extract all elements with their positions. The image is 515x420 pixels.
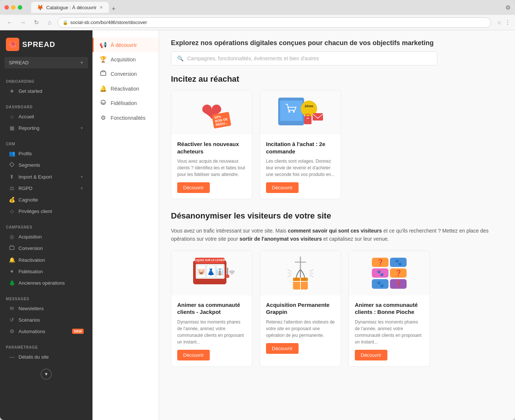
svg-point-24	[232, 273, 233, 274]
desc-bold1: comment savoir qui sont ces visiteurs	[288, 228, 382, 234]
svg-rect-4	[280, 101, 302, 121]
maximize-window-btn[interactable]	[18, 5, 22, 10]
sidebar-label-details-site: Détails du site	[18, 354, 49, 360]
url-text: social-sb.com/bo/486/store/discover	[70, 20, 147, 25]
tile-orange2: ❓	[390, 268, 407, 278]
page-header: Explorez nos opérations digitales conçue…	[171, 39, 503, 65]
refresh-button[interactable]: ↻	[31, 17, 41, 28]
tab-close-btn[interactable]: ✕	[100, 5, 103, 10]
ssl-lock-icon: 🔒	[63, 20, 68, 25]
catalogue-nav-item-fidelisation[interactable]: Fidélisation	[92, 96, 159, 111]
decouvrir-btn-jackpot[interactable]: Découvrir	[177, 350, 210, 360]
minimize-window-btn[interactable]	[11, 5, 16, 10]
scroll-down-button[interactable]: ▼	[41, 369, 52, 380]
decouvrir-btn-reactiver[interactable]: Découvrir	[177, 182, 210, 193]
bookmark-button[interactable]: ☆	[497, 20, 502, 26]
card-jackpot: 🐷 👗 👔 CLIQUEZ SUR LE LEVIER	[171, 251, 252, 367]
sidebar-item-privileges[interactable]: ◇ Privilèges client	[3, 206, 90, 217]
home-button[interactable]: ⌂	[44, 17, 55, 28]
tile-orange: ❓	[372, 258, 388, 267]
svg-text:🐷: 🐷	[197, 268, 206, 276]
svg-point-6	[293, 111, 295, 113]
card-title-jackpot: Animer sa communauté clients - Jackpot	[177, 301, 246, 316]
sidebar-item-rgpd[interactable]: ⚖ RGPD ▼	[3, 183, 90, 194]
chart-icon: ▦	[9, 125, 15, 131]
browser-window: 🦊 Catalogue : À découvrir ✕ + ⚙ ← → ↻ ⌂ …	[0, 0, 515, 420]
browser-settings-button[interactable]: ⋮	[505, 19, 511, 26]
sidebar-item-conversion[interactable]: Conversion	[3, 243, 90, 254]
svg-line-33	[287, 275, 291, 277]
catalogue-nav: 📢 À découvrir 🏆 Acquisition Conversion 🔔…	[92, 30, 159, 420]
cat-acquisition-icon: 🏆	[100, 56, 107, 63]
sidebar-item-anciennes[interactable]: 🌲 Anciennes opérations	[3, 277, 90, 288]
catalogue-nav-item-acquisition[interactable]: 🏆 Acquisition	[92, 52, 159, 67]
tab-favicon: 🦊	[37, 4, 43, 10]
sidebar-item-cagnotte[interactable]: 💰 Cagnotte	[3, 194, 90, 205]
section-title-campagnes: CAMPAGNES	[0, 223, 92, 231]
card-desc-grappin: Retenez l'attention des visiteurs de vot…	[266, 319, 335, 339]
sidebar-item-automations[interactable]: ⚙ Automations NEW	[3, 326, 90, 337]
active-tab[interactable]: 🦊 Catalogue : À découvrir ✕	[31, 2, 109, 13]
svg-text:👗: 👗	[207, 268, 215, 276]
search-bar[interactable]: 🔍 Campagnes, fonctionnalités, évènements…	[171, 51, 437, 65]
svg-text:👔: 👔	[216, 268, 224, 276]
sidebar-item-profils[interactable]: 👥 Profils	[3, 148, 90, 159]
close-window-btn[interactable]	[4, 5, 9, 10]
sidebar-item-newsletters[interactable]: ✉ Newsletters	[3, 303, 90, 314]
back-button[interactable]: ←	[4, 17, 15, 28]
search-icon: 🔍	[177, 55, 184, 61]
email-icon: ✉	[9, 305, 15, 311]
section-title-parametrage: PARAMÉTRAGE	[0, 343, 92, 351]
tab-bar: 🦊 Catalogue : À découvrir ✕ +	[31, 2, 502, 13]
sidebar-label-privileges: Privilèges client	[18, 209, 52, 214]
sidebar-item-accueil[interactable]: ⌂ Accueil	[3, 111, 90, 122]
forward-button[interactable]: →	[18, 17, 28, 28]
sidebar-section-campagnes: CAMPAGNES ◎ Acquisition Conversion 🔔 Réa…	[0, 220, 92, 292]
sidebar-label-import-export: Import & Export	[18, 174, 52, 180]
org-name: SPREAD	[9, 60, 28, 65]
cat-fonctionnalites-icon: ⚙	[100, 114, 107, 121]
tree-icon: 🌲	[9, 280, 15, 286]
sidebar-item-get-started[interactable]: ★ Get started	[3, 85, 90, 96]
catalogue-label-fonctionnalites: Fonctionnalités	[111, 115, 145, 121]
catalogue-nav-item-fonctionnalites[interactable]: ⚙ Fonctionnalités	[92, 111, 159, 125]
catalogue-nav-item-decouvrir[interactable]: 📢 À découvrir	[92, 38, 159, 52]
sidebar-label-profils: Profils	[18, 151, 32, 156]
catalogue-nav-item-reactivation[interactable]: 🔔 Réactivation	[92, 81, 159, 96]
browser-toolbar: ← → ↻ ⌂ 🔒 social-sb.com/bo/486/store/dis…	[0, 15, 515, 30]
conversion-icon	[9, 245, 15, 251]
catalogue-nav-item-conversion[interactable]: Conversion	[92, 67, 159, 81]
sidebar-item-details-site[interactable]: — Détails du site	[3, 351, 90, 362]
address-bar[interactable]: 🔒 social-sb.com/bo/486/store/discover	[58, 17, 491, 28]
sidebar-item-reactivation[interactable]: 🔔 Réactivation	[3, 254, 90, 265]
sidebar-item-reporting[interactable]: ▦ Reporting ▼	[3, 122, 90, 133]
section-desc-desanonymiser: Vous avez un trafic intéressant sur votr…	[171, 227, 503, 243]
decouvrir-btn-2e-commande[interactable]: Découvrir	[266, 182, 299, 193]
card-bonne-pioche: ❓ 🐾 🐾 ❓ 🐾 ❓ Animer sa communauté clients…	[349, 251, 430, 367]
expand-icon: ▼	[80, 126, 84, 130]
section-title-desanonymiser: Désanonymiser les visiteurs de votre sit…	[171, 211, 503, 221]
card-image-heart: ❤ 50%BON DERÉDU...	[171, 90, 252, 135]
sidebar-item-fidelisation[interactable]: ♥ Fidélisation	[3, 266, 90, 277]
catalogue-label-reactivation: Réactivation	[111, 86, 139, 92]
svg-point-5	[289, 111, 290, 113]
sidebar-header: 🐙 SPREAD	[0, 30, 92, 57]
card-title-2e-commande: Incitation à l'achat : 2e commande	[266, 140, 335, 155]
card-title-bonne-pioche: Animer sa communauté clients : Bonne Pio…	[355, 301, 424, 316]
new-tab-button[interactable]: +	[109, 5, 119, 13]
desc-plain1: Vous avez un trafic intéressant sur votr…	[171, 228, 288, 234]
sidebar-item-import-export[interactable]: ⬆ Import & Export ▼	[3, 171, 90, 182]
coupon-tag: 50%BON DERÉDU...	[212, 112, 231, 129]
org-selector[interactable]: SPREAD ▼	[4, 57, 88, 68]
star-icon: ★	[9, 88, 15, 94]
sidebar-item-scenarios[interactable]: ↺ Scénarios	[3, 314, 90, 325]
browser-menu-icon[interactable]: ⚙	[505, 4, 511, 11]
sidebar-section-crm: CRM 👥 Profils Segments ⬆ Import & Export…	[0, 137, 92, 220]
details-icon: —	[9, 354, 15, 360]
sidebar-item-acquisition[interactable]: ◎ Acquisition	[3, 231, 90, 242]
catalogue-label-fidelisation: Fidélisation	[111, 100, 137, 106]
decouvrir-btn-grappin[interactable]: Découvrir	[266, 343, 299, 354]
card-reactiver-acheteurs: ❤ 50%BON DERÉDU... Réactiver les nouveau…	[171, 90, 252, 199]
decouvrir-btn-bonne-pioche[interactable]: Découvrir	[355, 350, 387, 360]
sidebar-item-segments[interactable]: Segments	[3, 159, 90, 171]
